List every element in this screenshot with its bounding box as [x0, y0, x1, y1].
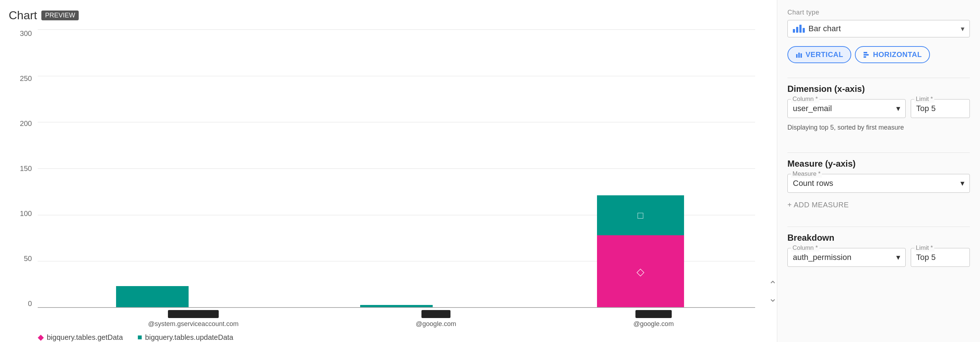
- dimension-column-label: Column *: [791, 96, 819, 103]
- legend-label-updateData: bigquery.tables.updateData: [145, 333, 233, 342]
- right-panel: Chart type Bar chart ▾: [777, 0, 980, 342]
- add-measure-button[interactable]: + ADD MEASURE: [788, 198, 970, 212]
- chart-container: 300 250 200 150 100 50 0: [9, 29, 777, 342]
- x-label-2: @google.com: [416, 310, 456, 328]
- svg-rect-5: [864, 56, 866, 58]
- breakdown-title: Breakdown: [788, 233, 970, 243]
- x-label-redacted-3: [635, 310, 672, 318]
- breakdown-column-dropdown-icon: ▾: [896, 253, 900, 262]
- horizontal-icon: [863, 51, 870, 58]
- breakdown-section: Breakdown Column * auth_permission ▾ Lim…: [788, 233, 970, 272]
- chart-type-section: Chart type Bar chart ▾: [788, 9, 970, 37]
- svg-rect-1: [798, 53, 800, 58]
- scroll-up-chevron[interactable]: ⌃: [768, 279, 777, 291]
- breakdown-limit-value: Top 5: [916, 253, 936, 262]
- svg-rect-0: [796, 54, 797, 58]
- x-label-suffix-3: @google.com: [633, 320, 673, 328]
- chart-header: Chart PREVIEW: [9, 9, 777, 22]
- measure-box: Measure * Count rows ▾: [788, 174, 970, 193]
- plot-area: ◇ □ @system.gserviceaccount.com: [38, 29, 777, 330]
- bar-segment-teal-3: □: [597, 195, 684, 235]
- chart-type-label: Chart type: [788, 9, 970, 16]
- x-label-redacted-2: [422, 310, 450, 318]
- dimension-limit-label: Limit *: [914, 96, 934, 103]
- chart-area: Chart PREVIEW 300 250 200 150 100 50 0: [0, 0, 777, 342]
- bar-segment-teal-1: [116, 286, 189, 308]
- bar-segment-magenta: ◇: [597, 235, 684, 308]
- legend-label-getData: bigquery.tables.getData: [47, 333, 123, 342]
- dimension-section: Dimension (x-axis) Column * user_email ▾…: [788, 84, 970, 138]
- scroll-down-chevron[interactable]: ⌄: [768, 292, 777, 304]
- y-axis: 300 250 200 150 100 50 0: [9, 29, 38, 330]
- legend-item-getData: ◆ bigquery.tables.getData: [38, 332, 123, 342]
- breakdown-column-value: auth_permission: [793, 253, 851, 262]
- divider-3: [788, 227, 970, 227]
- orientation-section: VERTICAL HORIZONTAL: [788, 46, 970, 63]
- measure-label: Measure *: [791, 170, 822, 177]
- dimension-fields: Column * user_email ▾ Limit * Top 5: [788, 99, 970, 118]
- chart-type-dropdown-icon: ▾: [961, 24, 964, 33]
- add-measure-label: + ADD MEASURE: [788, 201, 849, 209]
- measure-value: Count rows: [793, 179, 833, 188]
- dimension-limit-box: Limit * Top 5: [911, 99, 970, 118]
- horizontal-button[interactable]: HORIZONTAL: [855, 46, 930, 63]
- chart-title: Chart: [9, 9, 37, 22]
- dimension-column-value: user_email: [793, 104, 832, 113]
- breakdown-limit-label: Limit *: [914, 245, 934, 252]
- chart-type-selector[interactable]: Bar chart ▾: [788, 20, 970, 37]
- vertical-button[interactable]: VERTICAL: [788, 46, 851, 63]
- dimension-title: Dimension (x-axis): [788, 84, 970, 94]
- y-label-150: 150: [20, 165, 32, 173]
- x-label-1: @system.gserviceaccount.com: [148, 310, 238, 328]
- vertical-icon: [795, 51, 803, 58]
- measure-fields: Measure * Count rows ▾: [788, 174, 970, 193]
- x-label-3: @google.com: [633, 310, 673, 328]
- chart-inner: 300 250 200 150 100 50 0: [9, 29, 777, 330]
- vertical-label: VERTICAL: [805, 51, 843, 59]
- svg-rect-3: [864, 52, 867, 53]
- bar-group-3: ◇ □: [540, 195, 741, 308]
- x-label-suffix-2: @google.com: [416, 320, 456, 328]
- y-label-50: 50: [24, 254, 32, 263]
- measure-title: Measure (y-axis): [788, 159, 970, 169]
- breakdown-column-box: Column * auth_permission ▾: [788, 248, 906, 267]
- scroll-controls[interactable]: ⌃ ⌄: [768, 279, 777, 304]
- orientation-buttons: VERTICAL HORIZONTAL: [788, 46, 970, 63]
- breakdown-limit-box: Limit * Top 5: [911, 248, 970, 267]
- y-label-0: 0: [28, 299, 32, 308]
- preview-badge: PREVIEW: [41, 11, 79, 20]
- svg-rect-2: [800, 53, 802, 58]
- bar-chart-icon: [793, 25, 805, 33]
- stacked-bar-3: ◇ □: [597, 195, 684, 308]
- y-label-300: 300: [20, 29, 32, 38]
- bar-icon-square: □: [638, 210, 643, 221]
- dimension-column-box: Column * user_email ▾: [788, 99, 906, 118]
- chart-type-inner: Bar chart: [793, 24, 841, 34]
- bar-icon-diamond: ◇: [636, 266, 644, 278]
- dimension-hint: Displaying top 5, sorted by first measur…: [788, 123, 970, 132]
- legend-item-updateData: ■ bigquery.tables.updateData: [137, 332, 233, 342]
- legend-icon-getData: ◆: [38, 332, 44, 342]
- measure-dropdown-icon: ▾: [961, 179, 964, 188]
- breakdown-fields: Column * auth_permission ▾ Limit * Top 5: [788, 248, 970, 267]
- chart-legend: ◆ bigquery.tables.getData ■ bigquery.tab…: [9, 330, 777, 342]
- x-label-redacted-1: [168, 310, 219, 318]
- dimension-column-dropdown-icon: ▾: [896, 104, 900, 113]
- x-axis-labels: @system.gserviceaccount.com @google.com …: [67, 308, 755, 330]
- divider-2: [788, 152, 970, 153]
- svg-rect-4: [864, 54, 869, 56]
- chart-type-value: Bar chart: [808, 24, 841, 34]
- y-label-250: 250: [20, 74, 32, 83]
- breakdown-column-label: Column *: [791, 245, 819, 252]
- x-label-suffix-1: @system.gserviceaccount.com: [148, 320, 238, 328]
- dimension-limit-value: Top 5: [916, 104, 936, 113]
- horizontal-label: HORIZONTAL: [873, 51, 922, 59]
- measure-section: Measure (y-axis) Measure * Count rows ▾ …: [788, 159, 970, 212]
- divider-1: [788, 78, 970, 78]
- y-label-200: 200: [20, 120, 32, 128]
- bar-group-1: [52, 286, 253, 308]
- y-label-100: 100: [20, 209, 32, 218]
- bars-container: ◇ □: [38, 29, 755, 308]
- legend-icon-updateData: ■: [137, 332, 142, 342]
- stacked-bar-1: [116, 286, 189, 308]
